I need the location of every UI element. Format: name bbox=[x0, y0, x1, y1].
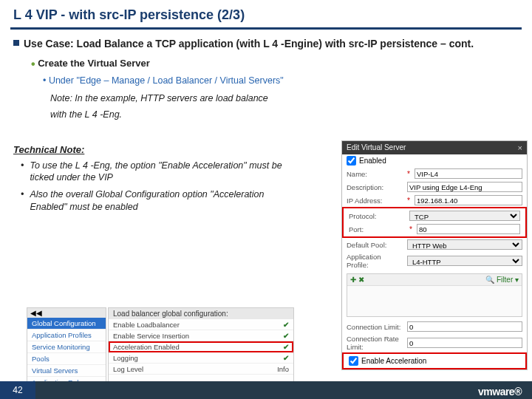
use-case-text: Use Case: Load Balance a TCP application… bbox=[24, 37, 474, 52]
footer: 42 vmware® bbox=[0, 381, 532, 399]
cfg-service-ins: Enable Service Insertion✔ bbox=[109, 330, 293, 341]
close-icon[interactable]: × bbox=[518, 143, 522, 152]
enabled-label: Enabled bbox=[359, 157, 386, 165]
global-config-screens: ◀◀ Global Configuration Application Prof… bbox=[27, 307, 294, 389]
page-number: 42 bbox=[0, 385, 35, 395]
port-field[interactable] bbox=[417, 224, 520, 234]
bullet-dot-icon: • bbox=[31, 58, 35, 70]
highlight-accel: Enable Acceleration bbox=[342, 352, 527, 369]
check-icon: ✔ bbox=[283, 343, 289, 351]
bullet-dot-blue-icon: • bbox=[43, 75, 46, 86]
bullet-create-vs: • Create the Virtual Server bbox=[31, 58, 519, 71]
cfg-loglevel: Log LevelInfo bbox=[109, 364, 293, 375]
accel-checkbox[interactable] bbox=[349, 356, 358, 366]
desc-label: Description: bbox=[347, 183, 404, 191]
check-icon: ✔ bbox=[283, 321, 289, 329]
rules-table: ✚ ✖ 🔍 Filter ▾ bbox=[347, 273, 522, 317]
connlimit-field[interactable] bbox=[407, 321, 522, 332]
enabled-checkbox[interactable] bbox=[347, 156, 356, 166]
bullet-under-path: • Under "Edge – Manage / Load Balancer /… bbox=[43, 75, 519, 86]
dialog-title: Edit Virtual Server bbox=[347, 143, 406, 152]
bullet-dot-icon: • bbox=[21, 188, 24, 214]
bullet-dot-icon: • bbox=[21, 160, 24, 185]
nav-virtual-servers[interactable]: Virtual Servers bbox=[27, 365, 106, 377]
highlight-proto-port: Protocol:TCP Port:* bbox=[342, 207, 527, 238]
proto-label: Protocol: bbox=[349, 212, 406, 220]
global-config-head: Load balancer global configuration: bbox=[109, 308, 293, 319]
filter-label: Filter bbox=[497, 276, 513, 284]
cfg-logging: Logging✔ bbox=[109, 352, 293, 364]
dialog-titlebar: Edit Virtual Server × bbox=[342, 141, 527, 154]
slide-title: L 4 VIP - with src-IP persistence (2/3) bbox=[0, 0, 532, 27]
row-enabled: Enabled bbox=[342, 154, 527, 167]
vmware-logo: vmware® bbox=[478, 386, 522, 398]
proto-select[interactable]: TCP bbox=[409, 211, 520, 221]
use-case: Use Case: Load Balance a TCP application… bbox=[13, 37, 519, 52]
appprof-select[interactable]: L4-HTTP bbox=[407, 256, 522, 266]
nav-sidebar: ◀◀ Global Configuration Application Prof… bbox=[27, 307, 106, 389]
nav-pools[interactable]: Pools bbox=[27, 353, 106, 365]
pool-select[interactable]: HTTP Web bbox=[407, 239, 522, 250]
desc-field[interactable] bbox=[407, 182, 522, 192]
pool-label: Default Pool: bbox=[347, 241, 404, 249]
check-icon: ✔ bbox=[283, 354, 289, 362]
appprof-label: Application Profile: bbox=[347, 253, 404, 269]
tech-bullet-2-text: Also the overall Global Configuration op… bbox=[30, 188, 294, 214]
accel-label: Enable Acceleration bbox=[361, 357, 426, 365]
note-line-2: with the L 4 -Eng. bbox=[50, 106, 519, 123]
check-icon: ✔ bbox=[283, 332, 289, 340]
nav-back-icon[interactable]: ◀◀ bbox=[27, 308, 106, 318]
cfg-accel-enabled: Acceleration Enabled✔ bbox=[109, 341, 293, 352]
tech-bullet-1: • To use the L 4 -Eng, the option "Enabl… bbox=[21, 160, 294, 185]
tech-bullet-2: • Also the overall Global Configuration … bbox=[21, 188, 294, 214]
bullet-under-path-text: Under "Edge – Manage / Load Balancer / V… bbox=[49, 75, 284, 86]
nav-service-mon[interactable]: Service Monitoring bbox=[27, 341, 106, 353]
ip-label: IP Address: bbox=[347, 197, 404, 205]
nav-global-config[interactable]: Global Configuration bbox=[27, 318, 106, 330]
edit-virtual-server-dialog: Edit Virtual Server × Enabled Name:* Des… bbox=[341, 140, 528, 370]
name-label: Name: bbox=[347, 170, 404, 178]
tech-bullet-1-text: To use the L 4 -Eng, the option "Enable … bbox=[30, 160, 294, 185]
nav-app-profiles[interactable]: Application Profiles bbox=[27, 330, 106, 341]
ip-field[interactable] bbox=[415, 195, 522, 205]
note-line-1: Note: In the example, HTTP servers are l… bbox=[50, 90, 519, 107]
connrate-label: Connection Rate Limit: bbox=[347, 335, 404, 351]
connlimit-label: Connection Limit: bbox=[347, 323, 404, 331]
connrate-field[interactable] bbox=[407, 338, 522, 348]
bullet-create-vs-text: Create the Virtual Server bbox=[38, 58, 150, 69]
name-field[interactable] bbox=[415, 168, 522, 179]
port-label: Port: bbox=[349, 225, 406, 233]
add-icon[interactable]: ✚ bbox=[350, 276, 356, 284]
title-rule bbox=[10, 27, 522, 30]
cfg-enable-lb: Enable Loadbalancer✔ bbox=[109, 319, 293, 330]
bullet-square-icon bbox=[13, 40, 19, 46]
global-config-panel: Load balancer global configuration: Enab… bbox=[108, 307, 294, 389]
remove-icon[interactable]: ✖ bbox=[358, 276, 364, 284]
note-italic: Note: In the example, HTTP servers are l… bbox=[50, 90, 519, 123]
